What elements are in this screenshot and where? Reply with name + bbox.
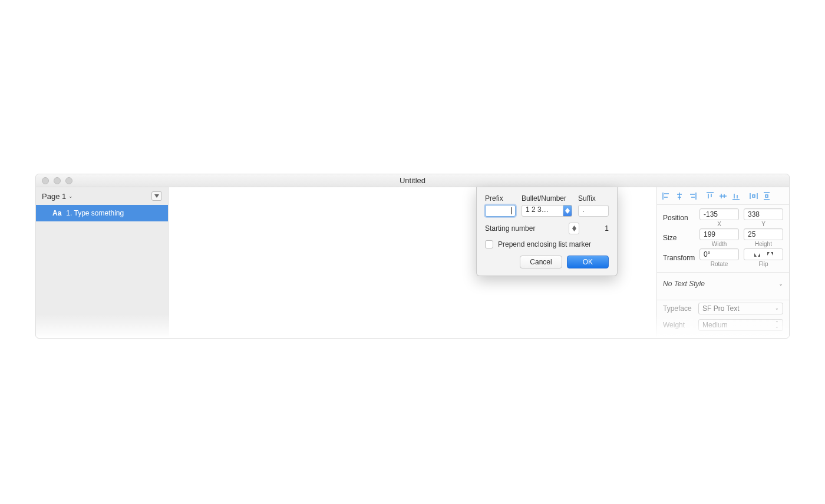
weight-select[interactable]: Medium ⌃⌄ [698, 319, 783, 331]
app-window: Untitled Page 1 ⌄ Aa 1. Type something [35, 174, 790, 339]
width-sublabel: Width [699, 241, 739, 247]
text-style-label: No Text Style [663, 280, 705, 288]
prepend-enclosing-label: Prepend enclosing list marker [498, 240, 591, 248]
starting-number-stepper[interactable] [569, 223, 579, 234]
width-input[interactable] [699, 228, 739, 240]
title-bar: Untitled [36, 174, 789, 187]
page-selector[interactable]: Page 1 ⌄ [42, 192, 73, 201]
flip-vertical-icon[interactable] [767, 251, 774, 258]
rotate-sublabel: Rotate [699, 261, 739, 267]
updown-icon: ⌃⌄ [775, 321, 779, 329]
prefix-input[interactable] [485, 205, 516, 217]
triangle-down-icon [565, 211, 570, 214]
align-right-icon [688, 192, 697, 200]
height-sublabel: Height [744, 241, 783, 247]
pages-dropdown-button[interactable] [151, 191, 162, 201]
minimize-icon[interactable] [54, 177, 61, 184]
bullet-number-dropdown-button[interactable] [563, 205, 572, 217]
position-x-sublabel: X [699, 221, 739, 227]
suffix-input[interactable]: . [578, 205, 609, 217]
triangle-down-icon [572, 228, 576, 231]
chevron-down-icon: ⌄ [778, 281, 783, 287]
position-y-input[interactable] [744, 208, 783, 220]
position-y-sublabel: Y [744, 221, 783, 227]
align-center-h-button[interactable] [674, 191, 685, 201]
chevron-down-icon: ⌄ [68, 193, 73, 199]
zoom-icon[interactable] [65, 177, 72, 184]
starting-number-label: Starting number [485, 224, 566, 233]
prefix-label: Prefix [485, 194, 516, 203]
triangle-down-icon [154, 194, 159, 198]
layer-item[interactable]: Aa 1. Type something [36, 205, 168, 221]
align-center-v-button[interactable] [717, 191, 729, 201]
prepend-enclosing-checkbox[interactable] [485, 240, 493, 248]
align-center-v-icon [719, 192, 727, 200]
layer-name: 1. Type something [66, 209, 124, 217]
cancel-button[interactable]: Cancel [520, 256, 562, 268]
starting-number-value: 1 [595, 224, 609, 233]
position-x-input[interactable] [699, 208, 739, 220]
bullet-number-select[interactable]: 1 2 3… [522, 205, 563, 217]
distribute-h-button[interactable] [748, 191, 760, 201]
text-layer-icon: Aa [52, 209, 61, 217]
distribute-v-icon [763, 192, 771, 200]
align-bottom-button[interactable] [730, 191, 742, 201]
align-bottom-icon [732, 192, 740, 200]
distribute-h-icon [750, 192, 758, 200]
align-center-h-icon [675, 192, 684, 200]
page-label: Page 1 [42, 192, 66, 201]
weight-label: Weight [663, 321, 698, 329]
distribute-v-button[interactable] [761, 191, 773, 201]
flip-sublabel: Flip [744, 261, 783, 267]
ok-button[interactable]: OK [567, 256, 609, 268]
height-input[interactable] [744, 228, 783, 240]
list-options-dialog: Prefix Bullet/Number 1 2 3… [476, 187, 618, 276]
size-label: Size [663, 234, 699, 242]
typeface-label: Typeface [663, 304, 698, 313]
bullet-label: Bullet/Number [522, 194, 572, 203]
typeface-select[interactable]: SF Pro Text ⌄ [698, 303, 783, 314]
rotate-input[interactable] [699, 248, 739, 260]
chevron-down-icon: ⌄ [775, 307, 779, 310]
alignment-toolbar [657, 187, 789, 205]
align-top-icon [706, 192, 714, 200]
align-left-icon [662, 192, 671, 200]
inspector-panel: Position X Y Size [656, 187, 789, 338]
flip-controls [744, 248, 783, 260]
align-right-button[interactable] [687, 191, 698, 201]
window-title: Untitled [400, 176, 425, 185]
flip-horizontal-icon[interactable] [754, 251, 761, 258]
traffic-lights [42, 177, 72, 184]
canvas[interactable]: Prefix Bullet/Number 1 2 3… [169, 187, 656, 338]
close-icon[interactable] [42, 177, 49, 184]
layers-sidebar: Page 1 ⌄ Aa 1. Type something [36, 187, 169, 338]
position-label: Position [663, 214, 699, 222]
transform-label: Transform [663, 254, 699, 262]
suffix-label: Suffix [578, 194, 609, 203]
text-style-selector[interactable]: No Text Style ⌄ [657, 273, 789, 295]
text-caret-icon [511, 207, 512, 214]
align-top-button[interactable] [704, 191, 716, 201]
align-left-button[interactable] [661, 191, 672, 201]
